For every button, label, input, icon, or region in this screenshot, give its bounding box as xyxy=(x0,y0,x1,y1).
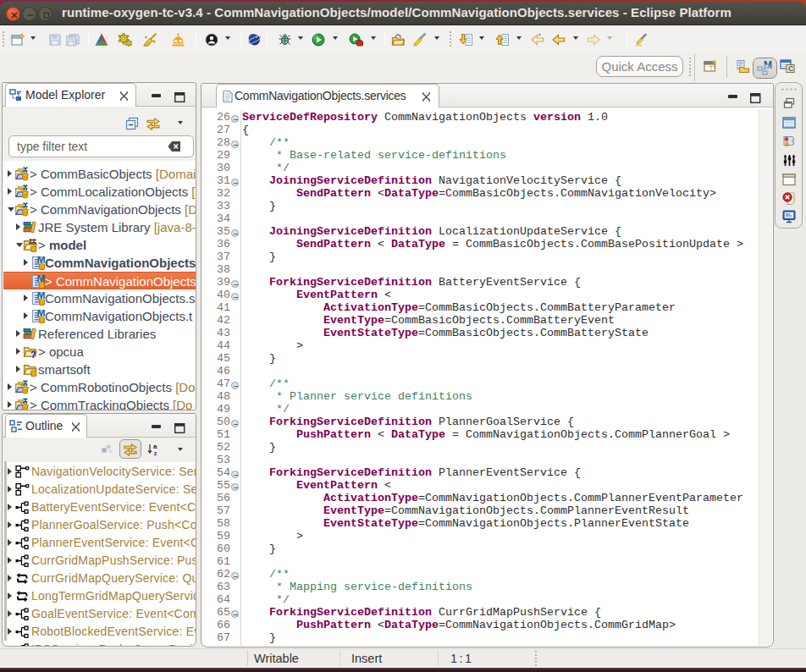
svg-text:?: ? xyxy=(30,350,36,359)
svg-text:C: C xyxy=(788,64,793,73)
svg-text:z: z xyxy=(154,449,157,457)
